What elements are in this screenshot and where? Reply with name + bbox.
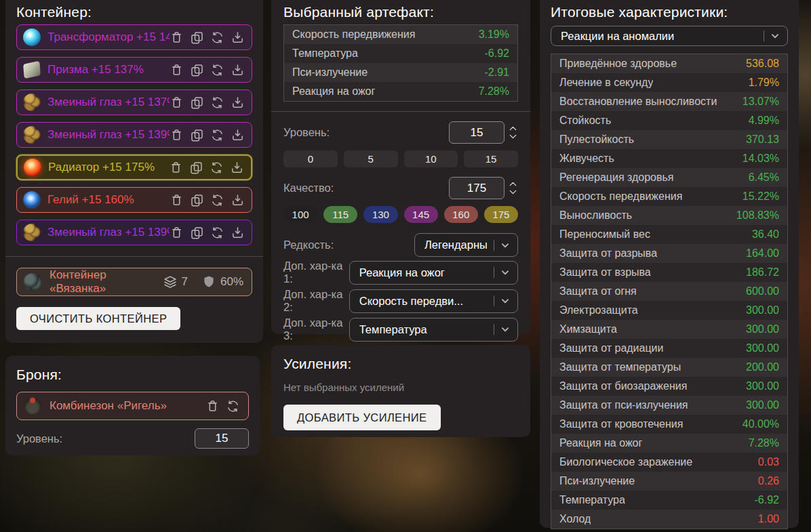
reroll-artifact-button[interactable] [210,226,224,240]
level-label: Уровень: [283,126,330,139]
quality-preset-button[interactable]: 160 [444,206,478,223]
artifact-row[interactable]: Радиатор +15 175% [16,155,252,180]
quality-preset-button[interactable]: 175 [484,206,518,223]
quality-step-up-icon[interactable] [508,181,518,187]
stat-row: Холод1.00 [551,510,787,529]
delete-artifact-button[interactable] [170,128,184,142]
stat-row: Защита от взрыва186.72 [551,263,787,282]
transformer-artifact-icon [23,28,41,46]
delete-artifact-button[interactable] [170,226,184,240]
delete-armor-button[interactable] [205,399,220,413]
duplicate-artifact-button[interactable] [190,226,204,240]
save-artifact-button[interactable] [230,161,244,175]
armor-level-label: Уровень: [16,432,62,445]
container-capacity: 7 [182,275,188,289]
quality-preset-button[interactable]: 145 [404,206,438,223]
stat-row: Реакция на ожог7.28% [284,82,517,101]
level-preset-button[interactable]: 15 [464,150,518,167]
armor-title: Броня: [16,367,249,383]
save-artifact-button[interactable] [231,128,245,142]
container-bag-label: Контейнер «Вязанка» [50,268,163,295]
duplicate-artifact-button[interactable] [189,161,203,175]
divider [5,256,263,257]
helium-artifact-icon [23,191,41,209]
artifact-row[interactable]: Змеиный глаз +15 137% [16,89,252,115]
armor-item-row[interactable]: Комбинезон «Ригель» [16,392,249,420]
stat-row: Живучесть14.03% [551,149,787,168]
delete-artifact-button[interactable] [170,96,184,110]
reroll-artifact-button[interactable] [210,128,224,142]
reroll-artifact-button[interactable] [210,63,224,77]
duplicate-artifact-button[interactable] [190,96,204,110]
reroll-artifact-button[interactable] [210,161,224,175]
extra-stat-label: Доп. хар-ка 1: [283,260,349,285]
quality-input[interactable]: 175 [449,177,505,199]
extra-stat-select[interactable]: Температура [349,318,518,342]
stat-row: Температура-6.92 [284,44,517,63]
delete-artifact-button[interactable] [169,161,183,175]
save-artifact-button[interactable] [231,193,245,207]
stat-row: Защита от пси-излучения300.00 [551,396,787,415]
artifact-label: Радиатор +15 175% [48,161,169,174]
reroll-artifact-button[interactable] [210,193,224,207]
container-title: Контейнер: [16,4,252,20]
rarity-select[interactable]: Легендарный [414,233,518,257]
artifact-label: Змеиный глаз +15 139% [47,226,170,239]
artifact-label: Гелий +15 160% [47,193,170,207]
add-boost-button[interactable]: ДОБАВИТЬ УСИЛЕНИЕ [283,405,441,430]
shield-icon [201,274,216,289]
duplicate-artifact-button[interactable] [190,63,204,77]
level-preset-button[interactable]: 10 [404,150,458,167]
delete-artifact-button[interactable] [170,193,184,207]
armor-item-icon [24,397,41,415]
save-artifact-button[interactable] [231,63,245,77]
level-preset-button[interactable]: 0 [283,150,338,167]
level-preset-button[interactable]: 5 [344,150,398,167]
delete-artifact-button[interactable] [170,63,184,77]
save-artifact-button[interactable] [231,30,245,45]
chevron-down-icon [769,30,781,42]
armor-level-input[interactable]: 15 [195,428,249,449]
level-step-down-icon[interactable] [508,134,518,140]
artifact-row[interactable]: Призма +15 137% [16,57,252,83]
delete-artifact-button[interactable] [170,30,184,45]
level-input[interactable]: 15 [449,121,505,144]
stat-row: Химзащита300.00 [551,320,787,339]
summary-filter-select[interactable]: Реакции на аномалии [551,26,788,46]
clear-container-button[interactable]: ОЧИСТИТЬ КОНТЕЙНЕР [16,307,180,330]
artifact-row[interactable]: Змеиный глаз +15 139% [16,122,252,148]
extra-stat-select[interactable]: Скорость передви... [349,289,518,313]
reroll-artifact-button[interactable] [210,30,224,45]
boosts-panel: Усиления: Нет выбранных усилений ДОБАВИТ… [271,345,530,437]
level-presets: 051015 [283,150,518,167]
chevron-down-icon [499,266,511,279]
artifact-row[interactable]: Трансформатор +15 145% [16,24,252,50]
reroll-armor-button[interactable] [226,399,240,413]
chevron-down-icon [499,239,511,251]
artifact-row[interactable]: Гелий +15 160% [16,187,252,213]
artifact-row[interactable]: Змеиный глаз +15 139% [16,220,252,245]
stat-row: Стойкость4.99% [551,111,787,130]
quality-preset-button[interactable]: 100 [283,206,317,223]
container-bag-row[interactable]: Контейнер «Вязанка» 7 60% [16,268,252,296]
quality-preset-button[interactable]: 115 [323,206,357,223]
level-step-up-icon[interactable] [508,125,518,131]
prism-artifact-icon [23,61,41,79]
save-artifact-button[interactable] [231,226,245,240]
quality-label: Качество: [283,182,334,195]
stat-row: Защита от кровотечения40.00% [551,415,787,434]
extra-stat-select[interactable]: Реакция на ожог [349,261,518,285]
duplicate-artifact-button[interactable] [190,128,204,142]
rarity-label: Редкость: [283,239,334,251]
stat-row: Защита от биозаражения300.00 [551,377,787,396]
quality-step-down-icon[interactable] [508,189,518,195]
snake-eye-artifact-icon [23,126,41,144]
save-artifact-button[interactable] [231,96,245,110]
extra-stat-label: Доп. хар-ка 3: [283,316,349,342]
duplicate-artifact-button[interactable] [190,193,204,207]
duplicate-artifact-button[interactable] [190,30,204,45]
quality-preset-button[interactable]: 130 [363,206,397,223]
reroll-artifact-button[interactable] [210,96,224,110]
stat-row: Защита от температуры200.00 [551,358,787,377]
snake-eye-artifact-icon [23,224,41,241]
